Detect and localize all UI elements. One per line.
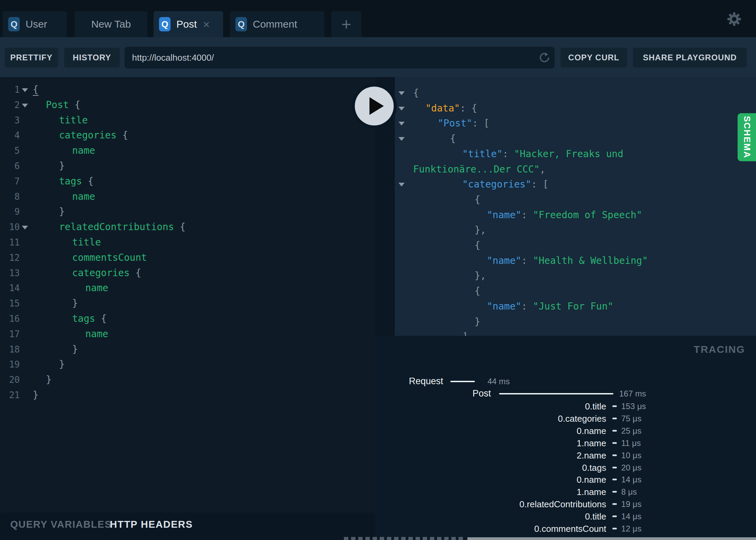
editor-code-line: } [59, 204, 65, 219]
code-token: name [72, 145, 95, 156]
tab-bar: QUserNew TabQPost×QComment + [0, 0, 756, 37]
json-token: : [521, 255, 533, 266]
tracing-field-label: 0.relatedContributions [520, 498, 606, 510]
code-token: } [72, 344, 78, 355]
tracing-field-label: 0.title [585, 401, 606, 412]
endpoint-url-input[interactable] [125, 47, 555, 69]
tracing-field-dash [612, 515, 617, 517]
json-token: : [521, 301, 533, 312]
response-json-line: "title": "Hacker, Freaks und [462, 147, 623, 162]
code-token: } [59, 160, 65, 171]
tracing-field-time: 19 μs [621, 499, 641, 509]
editor-code-line: name [85, 281, 108, 296]
code-token: { [130, 267, 141, 279]
query-variables-tab[interactable]: QUERY VARIABLES [10, 519, 112, 530]
tracing-post-time: 167 ms [619, 389, 646, 399]
response-json-line: Funktionäre...Der CCC", [413, 162, 546, 177]
editor-line-number: 4 [0, 128, 20, 143]
tracing-request-time: 44 ms [488, 376, 510, 387]
tab-comment[interactable]: QComment [230, 11, 324, 37]
http-headers-tab[interactable]: HTTP HEADERS [110, 519, 193, 530]
tracing-post-label: Post [472, 388, 491, 399]
editor-code-line: } [59, 159, 65, 174]
json-token: "Freedom of Speech" [533, 209, 642, 221]
tracing-request-bar [450, 381, 475, 382]
fold-arrow-icon[interactable] [398, 137, 405, 141]
tracing-field-dash [612, 467, 617, 468]
tracing-field-time: 14 μs [621, 475, 641, 485]
code-token: title [72, 237, 101, 248]
code-token: name [72, 191, 95, 202]
code-token: Post [46, 99, 69, 110]
fold-arrow-icon[interactable] [22, 88, 28, 92]
editor-code-line: } [46, 372, 52, 387]
json-token: "Post" [438, 118, 472, 129]
fold-arrow-icon[interactable] [398, 107, 405, 110]
response-json-line: "data": { [425, 101, 477, 116]
editor-code-line: } [72, 296, 78, 311]
query-badge-icon: Q [159, 17, 171, 31]
code-token: tags [72, 313, 95, 324]
fold-arrow-icon[interactable] [22, 226, 28, 229]
editor-code-line: Post { [46, 97, 81, 112]
tab-post[interactable]: QPost× [154, 11, 223, 37]
tracing-field-label: 1.name [577, 437, 606, 449]
tracing-post-bar [499, 393, 613, 394]
code-token: { [174, 221, 186, 232]
editor-code-line: } [33, 388, 39, 403]
new-tab-button[interactable]: + [331, 11, 361, 37]
reload-schema-icon[interactable] [538, 51, 551, 64]
tracing-field-time: 75 μs [621, 414, 641, 424]
editor-code-line: title [72, 235, 101, 250]
schema-side-tab[interactable]: SCHEMA [738, 113, 756, 161]
response-json-line: { [450, 131, 456, 146]
prettify-button[interactable]: PRETTIFY [5, 48, 58, 68]
editor-code-line: name [72, 143, 95, 158]
editor-line-number: 15 [0, 296, 20, 311]
tab-new-tab[interactable]: New Tab [75, 11, 147, 37]
settings-gear-icon[interactable] [727, 12, 742, 27]
editor-line-number: 13 [0, 266, 20, 281]
copy-curl-button[interactable]: COPY CURL [561, 48, 627, 68]
share-playground-button[interactable]: SHARE PLAYGROUND [633, 48, 747, 68]
tab-user[interactable]: QUser [3, 11, 67, 37]
editor-line-number: 1 [0, 82, 20, 97]
response-json-line: }, [475, 268, 486, 283]
json-token: { [450, 133, 456, 144]
response-json-line: "name": "Just For Fun" [487, 299, 613, 314]
json-token: : [521, 209, 533, 221]
tracing-field-dash [612, 491, 617, 493]
fold-arrow-icon[interactable] [22, 104, 28, 107]
json-token: : [503, 148, 514, 160]
json-token: Funktionäre...Der CCC" [413, 164, 540, 175]
query-editor[interactable]: 1{2Post {3title4categories {5name6}7tags… [0, 77, 375, 540]
clipped-bottom-text [344, 537, 465, 540]
code-token: relatedContributions [59, 221, 174, 232]
json-token: "Hacker, Freaks und [514, 148, 623, 160]
json-token: "data" [425, 103, 460, 114]
editor-line-number: 19 [0, 357, 20, 372]
tracing-field-time: 11 μs [621, 438, 641, 448]
code-token: { [69, 99, 81, 110]
fold-arrow-icon[interactable] [398, 183, 405, 186]
code-token: } [72, 298, 78, 309]
editor-code-line: categories { [72, 266, 141, 281]
fold-arrow-icon[interactable] [398, 122, 405, 125]
tracing-field-dash [612, 430, 617, 432]
json-token: ] [462, 331, 468, 336]
tracing-request-label: Request [409, 375, 443, 387]
code-token: { [82, 176, 93, 187]
execute-query-button[interactable] [352, 84, 397, 129]
json-token: : { [460, 103, 477, 114]
tracing-field-time: 12 μs [621, 524, 641, 534]
editor-line-number: 6 [0, 159, 20, 174]
response-viewer: {"data": {"Post": [{"title": "Hacker, Fr… [375, 77, 756, 336]
fold-arrow-icon[interactable] [398, 91, 405, 95]
tracing-field-time: 153 μs [621, 401, 646, 411]
code-token: } [59, 359, 65, 370]
horizontal-scrollbar[interactable] [467, 537, 756, 540]
close-tab-icon[interactable]: × [203, 18, 210, 30]
history-button[interactable]: HISTORY [64, 48, 120, 68]
tracing-field-label: 0.tags [582, 462, 606, 474]
json-token: "name" [487, 301, 521, 312]
